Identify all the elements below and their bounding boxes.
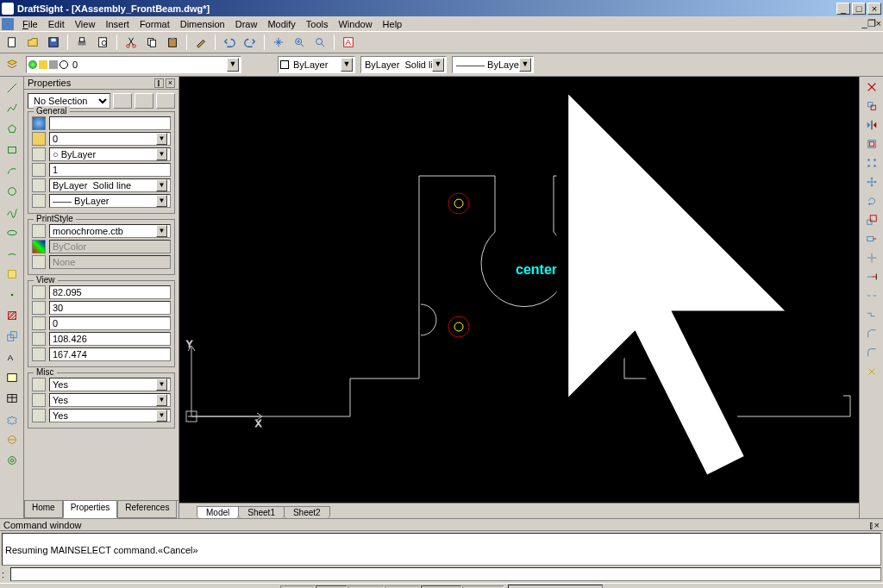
fillet-tool[interactable] [863,344,880,361]
prop-layer-dropdown[interactable]: 0▼ [49,132,171,146]
redo-button[interactable] [241,34,259,51]
region-tool[interactable] [3,327,22,346]
menu-insert[interactable]: Insert [100,19,135,29]
chamfer-tool[interactable] [863,325,880,342]
menu-dimension[interactable]: Dimension [175,19,230,29]
join-tool[interactable] [863,306,880,323]
prop-color-dropdown[interactable]: ○ ByLayer▼ [49,147,171,161]
tab-properties[interactable]: Properties [63,501,118,518]
command-history[interactable]: Resuming MAINSELECT command.«Cancel» [2,533,881,566]
pattern-tool[interactable] [863,154,880,172]
polyline-tool[interactable] [3,99,22,118]
menu-help[interactable]: Help [378,19,408,29]
dropdown-arrow-icon[interactable]: ▼ [341,58,353,72]
menu-file[interactable]: File [17,19,43,29]
line-tool[interactable] [3,78,22,97]
cmd-close-button[interactable]: × [874,520,880,530]
open-button[interactable] [24,34,41,51]
close-button[interactable]: × [867,3,881,15]
zoom-extents-button[interactable] [311,34,329,51]
explode-tool[interactable] [863,363,880,380]
maximize-button[interactable]: □ [852,3,866,15]
view-x-input[interactable]: 82.095 [49,285,171,299]
tab-sheet2[interactable]: Sheet2 [284,506,330,518]
rectangle-tool[interactable] [3,141,22,160]
dropdown-arrow-icon[interactable]: ▼ [519,58,531,72]
layer-manager-button[interactable] [3,56,21,73]
new-button[interactable] [3,34,21,51]
mirror-tool[interactable] [863,116,880,134]
tab-sheet1[interactable]: Sheet1 [238,506,285,518]
pan-button[interactable] [270,34,287,51]
tab-home[interactable]: Home [24,501,63,518]
dropdown-arrow-icon[interactable]: ▼ [432,58,444,72]
menu-format[interactable]: Format [135,19,175,29]
misc-b-dropdown[interactable]: Yes▼ [49,393,171,407]
hyperlink-input[interactable] [49,116,171,130]
drawing-canvas[interactable]: Y X [179,77,859,503]
menu-tools[interactable]: Tools [301,19,334,29]
arc-tool[interactable] [3,161,22,180]
menu-view[interactable]: View [70,19,101,29]
break-tool[interactable] [863,287,880,304]
copy-button[interactable] [143,34,160,51]
revision-cloud-tool[interactable] [3,410,22,428]
menu-edit[interactable]: Edit [43,19,70,29]
block-tool[interactable] [3,265,22,284]
panel-close-button[interactable]: × [166,78,175,88]
view-z-input[interactable]: 0 [49,316,171,330]
layer-dropdown[interactable]: 0 ▼ [26,56,241,73]
print-button[interactable] [73,34,91,51]
dropdown-arrow-icon[interactable]: ▼ [227,58,239,72]
polygon-tool[interactable] [3,120,22,139]
print-table-dropdown[interactable]: monochrome.ctb▼ [49,224,171,238]
note-tool[interactable] [3,368,22,387]
misc-a-dropdown[interactable]: Yes▼ [49,378,171,391]
misc-c-dropdown[interactable]: Yes▼ [49,409,171,422]
command-input[interactable] [10,567,881,581]
rotate-tool[interactable] [863,192,880,210]
mdi-restore-button[interactable]: ❐ [867,18,876,29]
undo-button[interactable] [221,34,238,51]
point-tool[interactable] [3,285,22,304]
menu-modify[interactable]: Modify [262,19,300,29]
cut-button[interactable] [122,34,140,51]
color-dropdown[interactable]: ByLayer ▼ [278,56,355,73]
ellipse-tool[interactable] [3,223,22,242]
stretch-tool[interactable] [863,230,880,247]
circle-tool[interactable] [3,182,22,201]
tab-references[interactable]: References [117,501,177,518]
prop-linescale-input[interactable]: 1 [49,163,171,177]
move-tool[interactable] [863,173,880,191]
copy-tool[interactable] [863,97,880,115]
linestyle-dropdown[interactable]: ByLayer Solid line ▼ [360,56,447,73]
menu-draw[interactable]: Draw [230,19,263,29]
mdi-close-button[interactable]: × [876,18,881,29]
properties-button[interactable]: A [340,34,357,51]
print-preview-button[interactable] [94,34,111,51]
view-y-input[interactable]: 30 [49,301,171,315]
menu-window[interactable]: Window [333,19,377,29]
hatch-tool[interactable] [3,306,22,325]
spline-tool[interactable] [3,203,22,222]
quick-select-button[interactable] [135,93,153,109]
view-h-input[interactable]: 108.426 [49,332,171,346]
offset-tool[interactable] [863,135,880,153]
prop-lineweight-dropdown[interactable]: —— ByLayer▼ [49,194,171,208]
prop-linestyle-dropdown[interactable]: ByLayer Solid line▼ [49,178,171,192]
pick-add-button[interactable] [113,93,132,109]
paste-button[interactable] [164,34,181,51]
trim-tool[interactable] [863,249,880,266]
lineweight-dropdown[interactable]: ——— ByLayer ▼ [452,56,534,73]
text-tool[interactable]: A [3,347,22,366]
delete-tool[interactable] [863,78,880,96]
minimize-button[interactable]: _ [836,3,850,15]
match-properties-button[interactable] [192,34,210,51]
scale-tool[interactable] [863,211,880,228]
select-group-button[interactable] [156,93,175,109]
zoom-window-button[interactable] [291,34,308,51]
save-button[interactable] [45,34,62,51]
ellipse-arc-tool[interactable] [3,244,22,263]
extend-tool[interactable] [863,268,880,285]
tab-model[interactable]: Model [197,506,239,518]
